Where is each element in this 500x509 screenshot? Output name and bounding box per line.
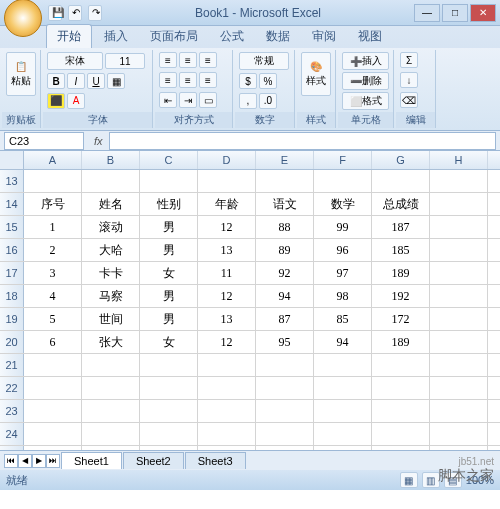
cell-D13[interactable] <box>198 170 256 192</box>
column-header-A[interactable]: A <box>24 151 82 169</box>
cell-E20[interactable]: 95 <box>256 331 314 353</box>
cell-A24[interactable] <box>24 423 82 445</box>
column-header-C[interactable]: C <box>140 151 198 169</box>
cell-A22[interactable] <box>24 377 82 399</box>
cell-F24[interactable] <box>314 423 372 445</box>
row-header-14[interactable]: 14 <box>0 193 24 215</box>
cell-F23[interactable] <box>314 400 372 422</box>
cell-B14[interactable]: 姓名 <box>82 193 140 215</box>
underline-button[interactable]: U <box>87 73 105 89</box>
merge-button[interactable]: ▭ <box>199 92 217 108</box>
cell-B20[interactable]: 张大 <box>82 331 140 353</box>
cell-E16[interactable]: 89 <box>256 239 314 261</box>
font-name-select[interactable]: 宋体 <box>47 52 103 70</box>
cell-G19[interactable]: 172 <box>372 308 430 330</box>
row-header-25[interactable]: 25 <box>0 446 24 450</box>
italic-button[interactable]: I <box>67 73 85 89</box>
currency-button[interactable]: $ <box>239 73 257 89</box>
decrease-indent-button[interactable]: ⇤ <box>159 92 177 108</box>
column-header-E[interactable]: E <box>256 151 314 169</box>
row-header-21[interactable]: 21 <box>0 354 24 376</box>
cell-C16[interactable]: 男 <box>140 239 198 261</box>
maximize-button[interactable]: □ <box>442 4 468 22</box>
row-header-18[interactable]: 18 <box>0 285 24 307</box>
column-header-G[interactable]: G <box>372 151 430 169</box>
cell-F16[interactable]: 96 <box>314 239 372 261</box>
autosum-button[interactable]: Σ <box>400 52 418 68</box>
cell-E25[interactable] <box>256 446 314 450</box>
close-button[interactable]: ✕ <box>470 4 496 22</box>
cell-G14[interactable]: 总成绩 <box>372 193 430 215</box>
cell-C23[interactable] <box>140 400 198 422</box>
cell-B17[interactable]: 卡卡 <box>82 262 140 284</box>
cell-B15[interactable]: 滚动 <box>82 216 140 238</box>
cell-F14[interactable]: 数学 <box>314 193 372 215</box>
cell-B16[interactable]: 大哈 <box>82 239 140 261</box>
cell-E23[interactable] <box>256 400 314 422</box>
column-header-H[interactable]: H <box>430 151 488 169</box>
cell-G20[interactable]: 189 <box>372 331 430 353</box>
cell-E21[interactable] <box>256 354 314 376</box>
cell-F25[interactable] <box>314 446 372 450</box>
cell-C22[interactable] <box>140 377 198 399</box>
row-header-23[interactable]: 23 <box>0 400 24 422</box>
fx-icon[interactable]: fx <box>88 135 109 147</box>
cell-G17[interactable]: 189 <box>372 262 430 284</box>
align-left-button[interactable]: ≡ <box>159 72 177 88</box>
cell-C20[interactable]: 女 <box>140 331 198 353</box>
row-header-15[interactable]: 15 <box>0 216 24 238</box>
cell-D18[interactable]: 12 <box>198 285 256 307</box>
cell-A25[interactable] <box>24 446 82 450</box>
row-header-22[interactable]: 22 <box>0 377 24 399</box>
border-button[interactable]: ▦ <box>107 73 125 89</box>
ribbon-tab-0[interactable]: 开始 <box>46 24 92 48</box>
select-all-corner[interactable] <box>0 151 24 169</box>
row-header-24[interactable]: 24 <box>0 423 24 445</box>
cell-G13[interactable] <box>372 170 430 192</box>
cell-D15[interactable]: 12 <box>198 216 256 238</box>
cell-H25[interactable] <box>430 446 488 450</box>
cell-B19[interactable]: 世间 <box>82 308 140 330</box>
cell-D20[interactable]: 12 <box>198 331 256 353</box>
formula-input[interactable] <box>109 132 496 150</box>
cell-A18[interactable]: 4 <box>24 285 82 307</box>
ribbon-tab-2[interactable]: 页面布局 <box>140 25 208 48</box>
tab-nav-next[interactable]: ▶ <box>32 454 46 468</box>
cell-G25[interactable] <box>372 446 430 450</box>
cell-A20[interactable]: 6 <box>24 331 82 353</box>
cell-A19[interactable]: 5 <box>24 308 82 330</box>
cell-G16[interactable]: 185 <box>372 239 430 261</box>
cell-D25[interactable] <box>198 446 256 450</box>
increase-decimal-button[interactable]: .0 <box>259 93 277 109</box>
delete-cells-button[interactable]: ➖删除 <box>342 72 389 90</box>
cell-H16[interactable] <box>430 239 488 261</box>
cell-B24[interactable] <box>82 423 140 445</box>
cell-C17[interactable]: 女 <box>140 262 198 284</box>
cell-G18[interactable]: 192 <box>372 285 430 307</box>
view-page-icon[interactable]: ▥ <box>422 472 440 488</box>
view-normal-icon[interactable]: ▦ <box>400 472 418 488</box>
cell-A16[interactable]: 2 <box>24 239 82 261</box>
cell-B13[interactable] <box>82 170 140 192</box>
cell-F20[interactable]: 94 <box>314 331 372 353</box>
bold-button[interactable]: B <box>47 73 65 89</box>
cell-G15[interactable]: 187 <box>372 216 430 238</box>
ribbon-tab-1[interactable]: 插入 <box>94 25 138 48</box>
sheet-tab-Sheet1[interactable]: Sheet1 <box>61 452 122 469</box>
cell-H17[interactable] <box>430 262 488 284</box>
cell-A13[interactable] <box>24 170 82 192</box>
align-middle-button[interactable]: ≡ <box>179 52 197 68</box>
cell-A23[interactable] <box>24 400 82 422</box>
cell-B25[interactable] <box>82 446 140 450</box>
cell-E18[interactable]: 94 <box>256 285 314 307</box>
font-size-select[interactable]: 11 <box>105 53 145 69</box>
cell-E17[interactable]: 92 <box>256 262 314 284</box>
cell-G24[interactable] <box>372 423 430 445</box>
font-color-button[interactable]: A <box>67 93 85 109</box>
cell-C18[interactable]: 男 <box>140 285 198 307</box>
save-icon[interactable]: 💾 <box>48 5 62 21</box>
ribbon-tab-6[interactable]: 视图 <box>348 25 392 48</box>
row-header-20[interactable]: 20 <box>0 331 24 353</box>
ribbon-tab-5[interactable]: 审阅 <box>302 25 346 48</box>
cell-D14[interactable]: 年龄 <box>198 193 256 215</box>
